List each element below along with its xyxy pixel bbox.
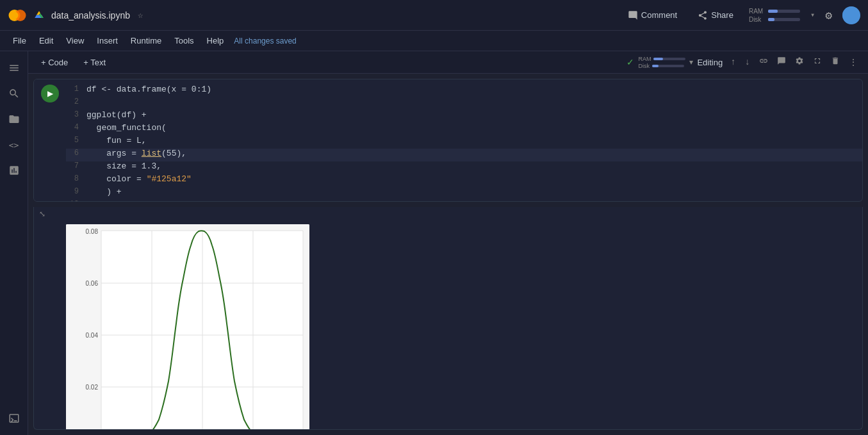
- code-line-10: 10 xlim(0, 1): [66, 200, 862, 202]
- sidebar-icon-menu[interactable]: [3, 56, 26, 79]
- add-code-button[interactable]: + Code: [36, 55, 73, 70]
- disk-bar-bg: [768, 18, 800, 21]
- menu-edit[interactable]: Edit: [34, 33, 58, 48]
- comment-label: Comment: [641, 10, 677, 20]
- menu-insert[interactable]: Insert: [92, 33, 123, 48]
- settings-icon[interactable]: ⚙: [825, 8, 832, 22]
- expand-cell-icon[interactable]: [810, 55, 824, 69]
- menu-view[interactable]: View: [61, 33, 89, 48]
- code-line-1: 1 df <- data.frame(x = 0:1): [66, 85, 862, 97]
- sidebar-icon-search[interactable]: [3, 82, 26, 105]
- sidebar-icon-chart[interactable]: [3, 159, 26, 182]
- delete-cell-icon[interactable]: [828, 55, 842, 69]
- share-icon: [698, 10, 708, 21]
- comment-icon: [628, 10, 638, 21]
- code-cell: ▶ 1 df <- data.frame(x = 0:1) 2 3 ggplot…: [33, 79, 863, 202]
- run-button[interactable]: ▶: [41, 85, 59, 103]
- topbar-right: Comment Share RAM Disk ▾: [623, 6, 860, 24]
- line-num-6: 6: [66, 149, 86, 158]
- ram-disk-collapse-arrow[interactable]: ▾: [810, 10, 815, 20]
- more-options-icon[interactable]: ⋮: [846, 56, 860, 69]
- line-num-1: 1: [66, 85, 86, 94]
- ram-bar-bg: [768, 10, 800, 13]
- svg-text:0.04: 0.04: [86, 332, 99, 339]
- code-content[interactable]: 1 df <- data.frame(x = 0:1) 2 3 ggplot(d…: [66, 79, 862, 201]
- share-label: Share: [711, 10, 733, 20]
- sidebar-icon-terminal[interactable]: [3, 407, 26, 430]
- line-content-7: size = 1.3,: [86, 161, 862, 171]
- line-num-4: 4: [66, 123, 86, 132]
- line-num-9: 9: [66, 187, 86, 196]
- star-icon[interactable]: ☆: [138, 10, 143, 21]
- line-num-7: 7: [66, 161, 86, 170]
- disk-label: Disk: [749, 16, 766, 23]
- code-line-4: 4 geom_function(: [66, 123, 862, 136]
- run-button-area: ▶: [34, 79, 66, 201]
- main-layout: <> + Code + Text ✓ RAM: [0, 51, 868, 435]
- line-num-8: 8: [66, 174, 86, 183]
- code-line-8: 8 color = "#125a12": [66, 174, 862, 187]
- sidebar-icon-files[interactable]: [3, 108, 26, 131]
- editing-area: ✓ RAM Disk ▾ Editing: [626, 56, 723, 69]
- chart-container: 0.00 0.02 0.04 0.06 0.08 0.00 0.25 0.50 …: [66, 224, 309, 430]
- line-num-10: 10: [66, 200, 86, 202]
- add-code-label: + Code: [41, 58, 68, 67]
- svg-text:0.02: 0.02: [86, 384, 99, 391]
- svg-point-2: [11, 12, 19, 19]
- line-content-5: fun = L,: [86, 136, 862, 145]
- menu-file[interactable]: File: [8, 33, 31, 48]
- line-num-2: 2: [66, 97, 86, 106]
- ram-bar-fill: [768, 10, 778, 13]
- code-line-3: 3 ggplot(df) +: [66, 110, 862, 123]
- editing-check-icon: ✓: [626, 57, 634, 67]
- toolbar-disk-label: Disk: [638, 63, 650, 69]
- link-icon[interactable]: [757, 55, 771, 69]
- avatar-image: [842, 6, 860, 24]
- ram-disk-usage[interactable]: RAM Disk: [749, 8, 800, 23]
- share-button[interactable]: Share: [692, 8, 739, 23]
- avatar[interactable]: [842, 6, 860, 24]
- drive-icon-area: [33, 10, 45, 21]
- add-text-button[interactable]: + Text: [78, 55, 111, 70]
- toolbar-ram-disk[interactable]: RAM Disk: [638, 56, 685, 69]
- settings-cell-icon[interactable]: [792, 55, 807, 69]
- line-content-1: df <- data.frame(x = 0:1): [86, 85, 862, 94]
- filename[interactable]: data_analysis.ipynb: [51, 10, 130, 21]
- output-expand-icon[interactable]: ⤡: [39, 209, 45, 219]
- line-content-4: geom_function(: [86, 123, 862, 133]
- code-line-5: 5 fun = L,: [66, 136, 862, 149]
- code-line-7: 7 size = 1.3,: [66, 161, 862, 174]
- line-content-2: [86, 97, 862, 107]
- code-line-6: 6 args = list(55),: [66, 149, 862, 161]
- menubar: File Edit View Insert Runtime Tools Help…: [0, 31, 868, 51]
- notebook-area: + Code + Text ✓ RAM Disk ▾: [28, 51, 868, 435]
- move-down-icon[interactable]: ↓: [742, 56, 753, 69]
- line-content-6: args = list(55),: [86, 149, 862, 158]
- menu-help[interactable]: Help: [202, 33, 229, 48]
- comment-cell-icon[interactable]: [774, 55, 789, 69]
- code-line-2: 2: [66, 97, 862, 110]
- add-text-label: + Text: [83, 58, 106, 67]
- comment-button[interactable]: Comment: [623, 8, 682, 23]
- move-up-icon[interactable]: ↑: [728, 56, 738, 69]
- sidebar-icon-code[interactable]: <>: [3, 133, 26, 156]
- line-content-10: xlim(0, 1): [86, 200, 862, 202]
- menu-tools[interactable]: Tools: [169, 33, 199, 48]
- save-status: All changes saved: [234, 37, 296, 45]
- toolbar-ram-label: RAM: [638, 56, 651, 62]
- line-content-3: ggplot(df) +: [86, 110, 862, 120]
- svg-text:0.08: 0.08: [86, 228, 99, 235]
- disk-bar-fill: [768, 18, 774, 21]
- line-num-5: 5: [66, 136, 86, 145]
- chart-svg: 0.00 0.02 0.04 0.06 0.08 0.00 0.25 0.50 …: [66, 224, 309, 430]
- left-sidebar: <>: [0, 51, 28, 435]
- menu-runtime[interactable]: Runtime: [126, 33, 167, 48]
- line-num-3: 3: [66, 110, 86, 119]
- editing-label: Editing: [697, 58, 723, 67]
- output-toolbar: ⤡: [34, 207, 862, 222]
- editing-collapse-arrow[interactable]: ▾: [689, 58, 693, 67]
- svg-text:0.06: 0.06: [86, 280, 99, 287]
- topbar: data_analysis.ipynb ☆ Comment Share RAM: [0, 0, 868, 31]
- output-cell: ⤡: [33, 207, 863, 430]
- drive-icon: [33, 10, 45, 21]
